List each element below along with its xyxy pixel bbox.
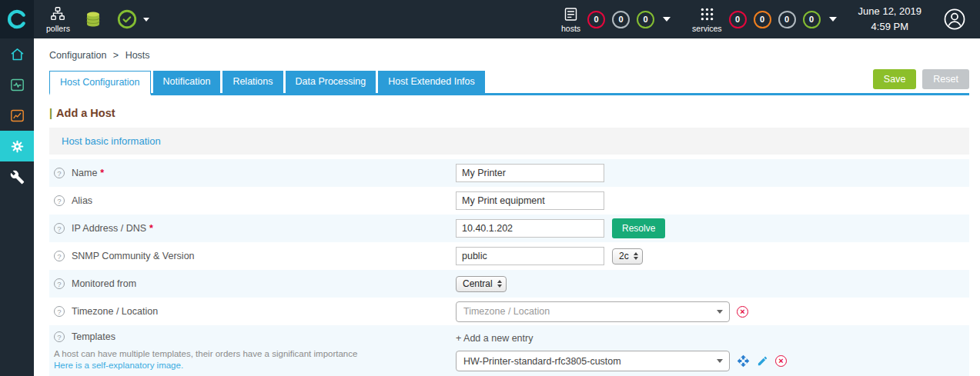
topbar-right-group: hosts 0 0 0 services (561, 4, 980, 35)
template-selected-value: HW-Printer-standard-rfc3805-custom (463, 356, 621, 367)
pollers-icon (49, 5, 66, 22)
template-select[interactable]: HW-Printer-standard-rfc3805-custom (456, 351, 730, 371)
sidebar-item-reporting[interactable] (0, 100, 34, 131)
help-icon[interactable]: ? (54, 278, 65, 289)
help-icon[interactable]: ? (54, 331, 65, 342)
services-warning-badge[interactable]: 0 (754, 11, 771, 28)
topbar: pollers (0, 0, 980, 38)
form-row-alias: ? Alias (49, 187, 969, 215)
user-profile-button[interactable] (943, 8, 966, 31)
help-icon[interactable]: ? (54, 223, 65, 234)
add-template-button[interactable]: + Add a new entry (456, 331, 533, 344)
centreon-logo[interactable] (0, 0, 34, 38)
tab-relations[interactable]: Relations (222, 71, 283, 93)
row-label-cell: ? Alias (49, 195, 456, 206)
hosts-down-badge[interactable]: 0 (587, 11, 605, 28)
page-title: |Add a Host (49, 107, 980, 119)
tab-host-extended-infos[interactable]: Host Extended Infos (378, 71, 485, 93)
template-edit-button[interactable] (757, 355, 768, 367)
help-icon[interactable]: ? (54, 195, 65, 206)
sidebar-item-configuration[interactable] (0, 131, 34, 161)
title-text: Add a Host (56, 107, 115, 119)
hosts-menu[interactable]: hosts (561, 6, 580, 33)
row-field-cell: Timezone / Location × (456, 301, 969, 322)
user-profile-icon (943, 8, 966, 31)
monitored-from-select[interactable]: Central (456, 276, 507, 292)
hosts-unreachable-badge[interactable]: 0 (612, 11, 630, 28)
services-ok-badge[interactable]: 0 (803, 11, 821, 28)
name-label: Name (72, 168, 97, 178)
row-field-cell: Central (456, 276, 969, 292)
snmp-label: SNMP Community & Version (72, 251, 195, 261)
snmp-community-input[interactable] (456, 247, 604, 265)
chevron-down-icon[interactable] (663, 17, 671, 22)
templates-help-text: A host can have multiple templates, thei… (54, 349, 456, 358)
select-stepper-icon (497, 280, 502, 288)
snmp-version-value: 2c (619, 251, 629, 261)
main-content: Configuration > Hosts Host Configuration… (34, 38, 980, 376)
pencil-icon (757, 355, 768, 367)
monitored-from-value: Central (463, 278, 493, 289)
hosts-counter-group: hosts 0 0 0 (561, 6, 671, 33)
tab-data-processing[interactable]: Data Processing (286, 71, 376, 93)
breadcrumb-configuration[interactable]: Configuration (49, 50, 106, 61)
services-warning-count: 0 (760, 15, 764, 24)
row-field-cell: + Add a new entry HW-Printer-standard-rf… (456, 331, 969, 371)
timezone-select[interactable]: Timezone / Location (456, 301, 730, 322)
tab-notification[interactable]: Notification (153, 71, 221, 93)
resolve-button[interactable]: Resolve (612, 218, 665, 238)
centreon-logo-icon (7, 9, 27, 29)
services-ok-count: 0 (809, 15, 814, 24)
help-icon[interactable]: ? (54, 168, 65, 178)
home-icon (9, 46, 25, 62)
help-icon[interactable]: ? (54, 306, 65, 317)
reporting-chart-icon (9, 108, 25, 124)
row-label-cell: ? SNMP Community & Version (49, 251, 456, 261)
sidebar-item-monitoring[interactable] (0, 69, 34, 100)
form-row-monitored-from: ? Monitored from Central (49, 270, 969, 298)
template-remove-icon[interactable]: × (775, 355, 787, 367)
database-icon (84, 10, 102, 28)
sidebar-item-administration[interactable] (0, 161, 34, 192)
hosts-up-badge[interactable]: 0 (637, 11, 654, 28)
form-actions: Save Reset (873, 69, 969, 89)
template-move-button[interactable] (737, 354, 750, 368)
templates-label: Templates (72, 331, 115, 342)
dropdown-arrow-icon (711, 351, 729, 371)
services-menu[interactable]: services (692, 6, 722, 33)
services-critical-badge[interactable]: 0 (729, 11, 747, 28)
reset-button[interactable]: Reset (922, 69, 969, 89)
chevron-down-icon[interactable] (829, 17, 837, 22)
pollers-label: pollers (46, 24, 70, 33)
chevron-down-icon (143, 18, 149, 22)
hosts-up-count: 0 (644, 15, 648, 24)
row-label-cell: ? Monitored from (49, 278, 456, 289)
snmp-version-select[interactable]: 2c (612, 248, 643, 265)
move-icon (737, 354, 750, 368)
pollers-menu[interactable]: pollers (46, 5, 70, 33)
breadcrumb-hosts[interactable]: Hosts (125, 50, 150, 61)
host-form: Host basic information ? Name * ? Alias (49, 128, 969, 376)
templates-help-link[interactable]: Here is a self-explanatory image. (54, 361, 456, 370)
monitoring-pulse-icon (9, 77, 25, 93)
ip-address-input[interactable] (456, 219, 604, 238)
services-unknown-badge[interactable]: 0 (778, 11, 796, 28)
platform-status-icon (116, 8, 138, 30)
row-label-cell: ? IP Address / DNS * (49, 223, 456, 234)
clock: June 12, 2019 4:59 PM (858, 4, 921, 35)
save-button[interactable]: Save (873, 69, 917, 89)
breadcrumb-separator: > (113, 50, 119, 61)
sidebar (0, 38, 34, 376)
platform-status-menu[interactable] (116, 8, 149, 30)
row-label-cell: ? Name * (49, 168, 456, 178)
tab-host-configuration[interactable]: Host Configuration (49, 71, 151, 95)
name-input[interactable] (456, 164, 604, 182)
alias-input[interactable] (456, 191, 604, 210)
timezone-clear-icon[interactable]: × (737, 306, 748, 318)
template-entry: HW-Printer-standard-rfc3805-custom (456, 351, 969, 371)
hosts-down-count: 0 (594, 15, 599, 24)
database-status[interactable] (84, 10, 102, 28)
row-field-cell: 2c (456, 247, 969, 265)
help-icon[interactable]: ? (54, 251, 65, 261)
sidebar-item-home[interactable] (0, 38, 34, 69)
